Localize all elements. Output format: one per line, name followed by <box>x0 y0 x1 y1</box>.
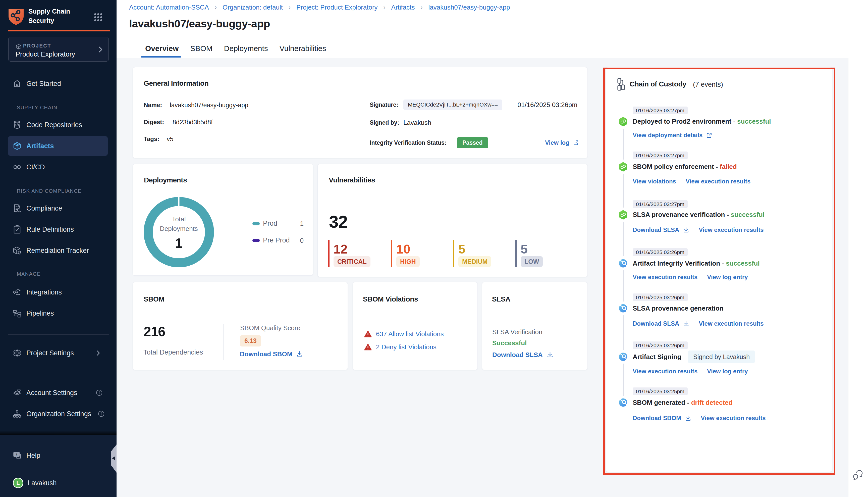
svg-text:?: ? <box>15 453 17 456</box>
